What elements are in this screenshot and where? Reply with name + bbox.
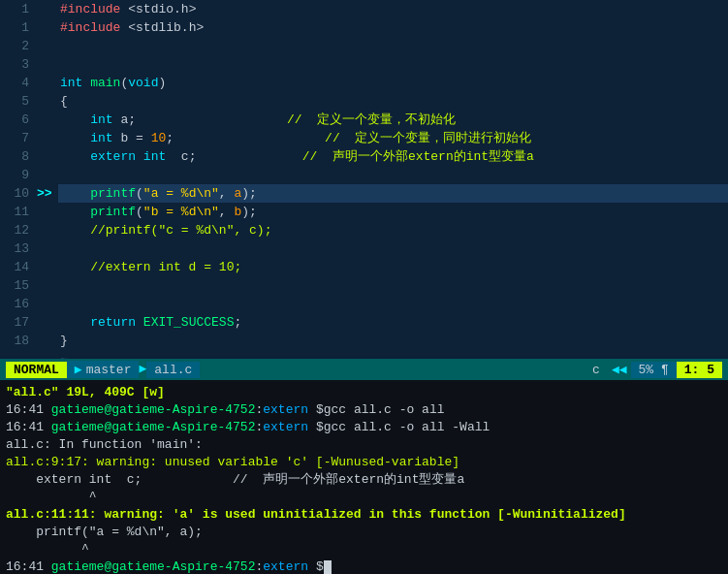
terminal-line: 16:41 gatieme@gatieme-Aspire-4752:extern…	[6, 419, 722, 436]
code-line: 10>> printf("a = %d\n", a);	[0, 184, 728, 203]
code-line: 11 printf("b = %d\n", b);	[0, 203, 728, 221]
terminal-line: printf("a = %d\n", a);	[6, 524, 722, 541]
line-code: int b = 10; // 定义一个变量，同时进行初始化	[58, 129, 728, 147]
code-line: 14 //extern int d = 10;	[0, 258, 728, 276]
code-line: 8 extern int c; // 声明一个外部extern的int型变量a	[0, 147, 728, 166]
terminal-line: all.c:11:11: warning: 'a' is used uninit…	[6, 506, 722, 524]
line-code: }	[58, 332, 728, 350]
code-line: 1#include <stdio.h>	[0, 0, 728, 18]
line-code: //extern int d = 10;	[58, 258, 728, 276]
terminal-line: 16:41 gatieme@gatieme-Aspire-4752:extern…	[6, 558, 722, 574]
line-code: printf("a = %d\n", a);	[58, 184, 728, 203]
line-arrow-tilde	[37, 350, 58, 359]
code-line: 13	[0, 239, 728, 258]
terminal-line: ^	[6, 541, 722, 558]
line-number: 2	[0, 37, 37, 55]
status-filename: all.c	[146, 362, 200, 378]
code-line: 6 int a; // 定义一个变量，不初始化	[0, 111, 728, 129]
line-code: //printf("c = %d\n", c);	[58, 221, 728, 239]
line-code: {	[58, 92, 728, 111]
line-code: int a; // 定义一个变量，不初始化	[58, 111, 728, 129]
line-number: 10	[0, 184, 37, 203]
line-number: 17	[0, 313, 37, 332]
line-code: #include <stdio.h>	[58, 0, 728, 18]
status-bar: NORMAL ▶ master ▶ all.c c ◀◀ 5% ¶ 1: 5	[0, 359, 728, 380]
terminal-line: "all.c" 19L, 409C [w]	[6, 384, 722, 401]
line-number: 3	[0, 55, 37, 74]
line-number: 1	[0, 0, 37, 18]
code-line: 1#include <stdlib.h>	[0, 18, 728, 37]
line-number: 15	[0, 276, 37, 295]
code-line: 17 return EXIT_SUCCESS;	[0, 313, 728, 332]
status-arrow: ▶	[139, 359, 146, 380]
code-line: 9	[0, 166, 728, 184]
line-code: int main(void)	[58, 74, 728, 92]
git-branch: ▶ master	[67, 361, 140, 378]
line-code: printf("b = %d\n", b);	[58, 203, 728, 221]
status-right: c ◀◀ 5% ¶ 1: 5	[585, 361, 722, 378]
filetype: c	[585, 362, 608, 378]
line-code: #include <stdlib.h>	[58, 18, 728, 37]
line-number: 8	[0, 147, 37, 166]
line-number: 16	[0, 295, 37, 313]
status-left-arrows: ◀◀	[608, 361, 631, 378]
code-line: 5{	[0, 92, 728, 111]
line-number: 5	[0, 92, 37, 111]
line-number-tilde	[0, 350, 37, 359]
vim-mode: NORMAL	[6, 362, 67, 378]
line-number: 13	[0, 239, 37, 258]
line-arrow: >>	[37, 184, 58, 203]
branch-icon: ▶	[75, 362, 82, 377]
tilde: ~	[58, 350, 68, 359]
terminal-line: extern int c; // 声明一个外部extern的int型变量a	[6, 471, 722, 489]
tilde-line: ~	[0, 350, 728, 359]
code-line: 3	[0, 55, 728, 74]
code-line: 16	[0, 295, 728, 313]
terminal-line: all.c: In function 'main':	[6, 436, 722, 454]
code-line: 7 int b = 10; // 定义一个变量，同时进行初始化	[0, 129, 728, 147]
terminal-line: 16:41 gatieme@gatieme-Aspire-4752:extern…	[6, 401, 722, 419]
app-container: 1#include <stdio.h>1#include <stdlib.h>2…	[0, 0, 728, 574]
line-number: 14	[0, 258, 37, 276]
line-code: extern int c; // 声明一个外部extern的int型变量a	[58, 147, 728, 166]
code-line: 18}	[0, 332, 728, 350]
terminal-line: ^	[6, 489, 722, 506]
line-code: return EXIT_SUCCESS;	[58, 313, 728, 332]
code-line: 2	[0, 37, 728, 55]
line-number: 7	[0, 129, 37, 147]
terminal: "all.c" 19L, 409C [w]16:41 gatieme@gatie…	[0, 380, 728, 574]
line-number: 4	[0, 74, 37, 92]
line-number: 1	[0, 18, 37, 37]
code-line: 15	[0, 276, 728, 295]
line-number: 12	[0, 221, 37, 239]
line-number: 18	[0, 332, 37, 350]
code-editor: 1#include <stdio.h>1#include <stdlib.h>2…	[0, 0, 728, 359]
terminal-cursor	[324, 560, 332, 574]
status-position: 1: 5	[677, 362, 722, 378]
branch-name: master	[86, 363, 132, 377]
status-percent: 5% ¶	[631, 362, 677, 378]
code-line: 4int main(void)	[0, 74, 728, 92]
line-number: 11	[0, 203, 37, 221]
line-number: 9	[0, 166, 37, 184]
term-filename: "all.c" 19L, 409C [w]	[6, 385, 165, 399]
line-number: 6	[0, 111, 37, 129]
code-line: 12 //printf("c = %d\n", c);	[0, 221, 728, 239]
terminal-line: all.c:9:17: warning: unused variable 'c'…	[6, 454, 722, 471]
